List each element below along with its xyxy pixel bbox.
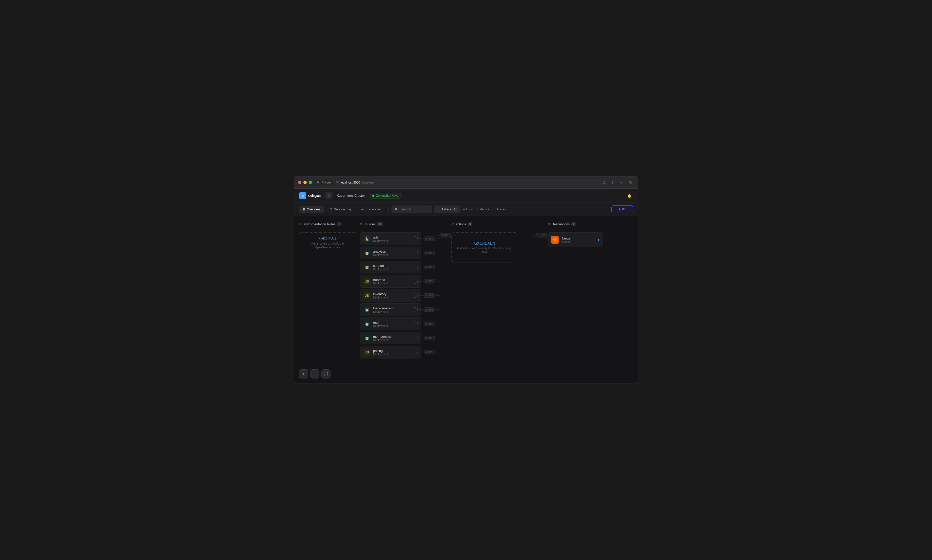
copy-button[interactable]: ⧉ [627, 179, 634, 186]
source-card-analytics[interactable]: 🐹analyticsDeployment [360, 246, 421, 259]
tab-trace-view[interactable]: ⋯ Trace view [357, 206, 385, 213]
search-box[interactable]: 🔍 [391, 206, 432, 213]
search-input[interactable] [401, 207, 429, 211]
logo-icon: o [299, 192, 306, 199]
source-check-analytics[interactable] [413, 251, 417, 255]
destination-card-jaeger[interactable]: 🔶JaegerJaeger▶ [548, 232, 603, 247]
tab-label: Private [321, 181, 331, 184]
source-info-inventory: inventoryDeployment [373, 292, 411, 299]
source-check-frontend[interactable] [413, 279, 417, 283]
bell-button[interactable]: 🔔 [626, 192, 633, 199]
traces-label: Traces [497, 208, 506, 211]
new-tab-button[interactable]: + [618, 179, 625, 186]
browser-window: ⊟ Private ⌘ localhost:3000 /overview ⊡ ⬆… [294, 176, 638, 384]
source-connector-inventory: 0 KB/S [419, 294, 440, 298]
destination-arrow-jaeger[interactable]: ▶ [598, 238, 600, 242]
destination-name-jaeger: Jaeger [561, 237, 595, 240]
add-action-card[interactable]: + ADD ACTION Add first action to modify … [451, 232, 517, 263]
source-card-coupon[interactable]: 🐹couponDeployment [360, 261, 421, 274]
actions-title: Actions [455, 222, 466, 226]
source-card-pricing[interactable]: JSpricingDeployment [360, 346, 421, 358]
tab-service-map[interactable]: ◫ Service map [326, 206, 356, 213]
zoom-in-button[interactable]: + [299, 369, 308, 378]
title-bar-actions: ⬆ + ⧉ [608, 179, 634, 186]
actions-icon: ↗ [451, 222, 454, 226]
source-kb-coupon: 0 KB/S [424, 265, 435, 269]
add-rule-label[interactable]: + ADD RULE [303, 237, 352, 240]
source-wrapper-analytics: 🐹analyticsDeployment0 KB/S [360, 246, 421, 259]
metrics-icon: ∿ [476, 208, 478, 211]
source-info-mail: mailDeployment [373, 320, 411, 327]
source-type-membership: Deployment [373, 338, 411, 342]
terminal-icon: ⌘ [336, 181, 339, 184]
source-check-inventory[interactable] [413, 293, 417, 298]
maximize-button[interactable] [309, 181, 312, 184]
settings-button[interactable]: ⚙ [325, 192, 333, 199]
bottom-controls: + − ⛶ [299, 369, 331, 378]
source-kb-analytics: 0 KB/S [424, 251, 435, 255]
destinations-icon: ⊕ [548, 222, 550, 226]
minimize-button[interactable] [303, 181, 307, 184]
url-path: /overview [362, 181, 374, 184]
sources-menu[interactable]: ⋯ [415, 221, 421, 227]
source-check-membership[interactable] [413, 336, 417, 340]
source-check-coupon[interactable] [413, 265, 417, 269]
destinations-header: ⊕ Destinations 1 ⋯ [548, 221, 603, 229]
source-connector-coupon: 0 KB/S [419, 265, 440, 269]
fullscreen-button[interactable]: ⛶ [321, 369, 331, 378]
source-type-pricing: Deployment [373, 353, 411, 356]
source-icon-pricing: JS [364, 349, 371, 356]
main-content: ⚙ Instrumentation Rules 0 ⋯ + ADD RULE A… [294, 216, 638, 383]
source-type-analytics: Deployment [373, 254, 411, 257]
source-check-ads[interactable] [413, 237, 417, 241]
logs-filter[interactable]: ≡ Logs [463, 208, 473, 211]
source-kb-ads: 0 KB/S [424, 237, 435, 241]
cluster-label: Kubernetes Cluster [337, 194, 365, 197]
source-wrapper-ads: 🐍adsDeployment0 KB/S [360, 232, 421, 245]
source-card-ads[interactable]: 🐍adsDeployment [360, 232, 421, 245]
source-connector-membership: 0 KB/S [419, 336, 440, 340]
zoom-out-button[interactable]: − [310, 369, 319, 378]
instrumentation-title: Instrumentation Rules [303, 222, 335, 226]
source-icon-membership: 🐹 [364, 334, 371, 342]
close-button[interactable] [298, 181, 301, 184]
destinations-menu[interactable]: ⋯ [597, 221, 603, 227]
source-type-coupon: Deployment [373, 268, 411, 271]
add-button[interactable]: + ADD ... [612, 205, 633, 213]
source-check-load-generator[interactable] [413, 307, 417, 312]
add-action-label[interactable]: + ADD ACTION [474, 241, 494, 245]
source-name-membership: membership [373, 335, 411, 338]
traces-filter[interactable]: ⋯ Traces [492, 208, 506, 211]
sources-list: 🐍adsDeployment0 KB/S🐹analyticsDeployment… [360, 232, 421, 360]
source-card-membership[interactable]: 🐹membershipDeployment [360, 332, 421, 344]
address-bar[interactable]: ⌘ localhost:3000 /overview ⊡ [336, 179, 605, 186]
instrumentation-icon: ⚙ [299, 222, 302, 226]
logo-text: odigos [308, 194, 321, 198]
tab-overview[interactable]: ⊞ Overview [299, 206, 324, 213]
title-bar: ⊟ Private ⌘ localhost:3000 /overview ⊡ ⬆… [294, 177, 638, 189]
instrumentation-menu[interactable]: ⋯ [350, 221, 356, 227]
sources-column: ≡ Sources 10 ⋯ 🐍adsDeployment0 KB/S🐹anal… [360, 221, 421, 360]
sources-count: 10 [377, 222, 383, 226]
cluster-badge: Kubernetes Cluster [337, 194, 365, 197]
actions-menu[interactable]: ⋯ [511, 221, 517, 227]
browser-tab[interactable]: ⊟ Private [315, 180, 333, 185]
share-button[interactable]: ⬆ [608, 179, 616, 186]
add-action-desc: Add first action to modify the OpenTelem… [456, 246, 513, 254]
source-card-mail[interactable]: 🐹mailDeployment [360, 317, 421, 330]
source-check-mail[interactable] [413, 322, 417, 326]
source-card-inventory[interactable]: JSinventoryDeployment [360, 289, 421, 302]
instrumentation-count: 0 [337, 222, 341, 226]
add-label: ADD ... [618, 207, 629, 211]
traces-icon: ⋯ [492, 208, 495, 211]
source-check-pricing[interactable] [413, 350, 417, 354]
source-info-frontend: frontendDeployment [373, 278, 411, 285]
add-rule-card[interactable]: + ADD RULE Add first rule to modify the … [299, 232, 356, 254]
metrics-filter[interactable]: ∿ Metrics [476, 208, 489, 211]
filters-button[interactable]: ⧢ Filters 8 [434, 206, 460, 213]
source-card-frontend[interactable]: JSfrontendDeployment [360, 275, 421, 288]
sources-icon: ≡ [360, 222, 362, 226]
source-connector-frontend: 0 KB/S [419, 279, 440, 283]
source-kb-load-generator: 0 KB/S [424, 308, 435, 312]
source-card-load-generator[interactable]: 🐹load-generatorDeployment [360, 303, 421, 316]
